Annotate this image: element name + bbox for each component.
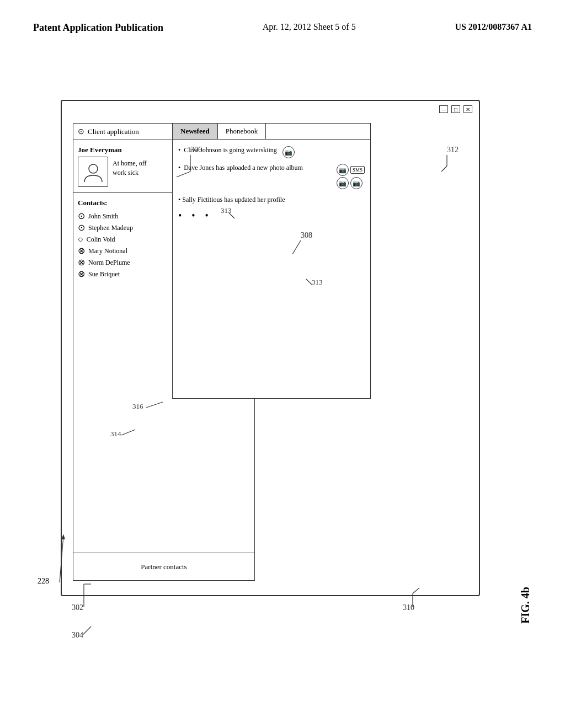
contact-icon-norm: ⊗ xyxy=(78,258,85,267)
news-text-dave: Dave Jones has uploaded a new photo albu… xyxy=(184,164,333,172)
sms-badge: SMS xyxy=(350,166,365,174)
publication-number: US 2012/0087367 A1 xyxy=(455,22,532,32)
contact-icon-mary: ⊗ xyxy=(78,247,85,255)
contact-name-john: John Smith xyxy=(88,212,118,221)
news-bullet-clive: • xyxy=(178,146,180,154)
svg-text:304: 304 xyxy=(72,631,83,639)
contact-name-sue: Sue Briquet xyxy=(88,270,120,279)
outer-device-frame: — □ ✕ ⊙ Client application Joe Everyman xyxy=(61,100,480,596)
news-item-dave: • Dave Jones has uploaded a new photo al… xyxy=(178,164,365,189)
contact-icon-john: ⊙ xyxy=(78,212,85,221)
contact-name-norm: Norm DePlume xyxy=(88,259,130,267)
news-bullet-sally: • Sally Fictitious has updated her profi… xyxy=(178,196,285,204)
contact-icon-colin: ○ xyxy=(78,235,83,244)
news-item-sally: • Sally Fictitious has updated her profi… xyxy=(178,195,365,205)
svg-text:302: 302 xyxy=(72,603,83,612)
svg-line-6 xyxy=(83,627,91,635)
photo-icon-1: 📷 xyxy=(282,146,295,158)
tab-phonebook[interactable]: Phonebook xyxy=(218,124,266,139)
news-item-clive: • Clive Johnson is going waterskiing 📷 xyxy=(178,146,365,158)
publication-date-sheet: Apr. 12, 2012 Sheet 5 of 5 xyxy=(263,22,356,32)
client-app-icon: ⊙ xyxy=(78,127,84,136)
contact-icon-stephen: ⊙ xyxy=(78,223,85,232)
newsfeed-content: • Clive Johnson is going waterskiing 📷 •… xyxy=(173,140,370,228)
contact-name-colin: Colin Void xyxy=(87,235,115,244)
contact-name-mary: Mary Notional xyxy=(88,247,127,255)
news-text-clive: Clive Johnson is going waterskiing xyxy=(184,146,277,154)
page-header: Patent Application Publication Apr. 12, … xyxy=(0,0,565,45)
news-more-dots: • • • xyxy=(178,210,365,222)
partner-contacts-label: Partner contacts xyxy=(141,563,186,571)
partner-contacts-bar: Partner contacts xyxy=(73,553,254,580)
svg-text:310: 310 xyxy=(403,603,414,612)
avatar xyxy=(78,157,108,187)
user-status-text: At home, offwork sick xyxy=(113,159,146,178)
diagram-area: 228 — □ ✕ ⊙ Client application Joe Every… xyxy=(0,56,565,690)
publication-title: Patent Application Publication xyxy=(33,22,163,34)
label-228: 228 xyxy=(38,577,49,586)
figure-label-text: FIG. 4b xyxy=(519,587,531,624)
contact-name-stephen: Stephen Madeup xyxy=(88,224,133,232)
window-controls: — □ ✕ xyxy=(439,105,472,113)
photo-icon-2a: 📷 xyxy=(337,164,349,176)
svg-point-0 xyxy=(89,164,98,173)
client-app-label: Client application xyxy=(88,127,139,136)
figure-label: FIG. 4b xyxy=(519,587,532,624)
maximize-icon[interactable]: □ xyxy=(451,105,460,113)
close-icon[interactable]: ✕ xyxy=(463,105,472,113)
minimize-icon[interactable]: — xyxy=(439,105,448,113)
contact-icon-sue: ⊗ xyxy=(78,270,85,279)
photo-icon-2c: 📷 xyxy=(350,177,363,189)
photo-icon-2b: 📷 xyxy=(337,177,349,189)
news-bullet-dave: • xyxy=(178,164,180,172)
tab-newsfeed[interactable]: Newsfeed xyxy=(173,124,218,139)
tab-panel: Newsfeed Phonebook • Clive Johnson is go… xyxy=(172,123,371,399)
tab-bar: Newsfeed Phonebook xyxy=(173,124,370,140)
